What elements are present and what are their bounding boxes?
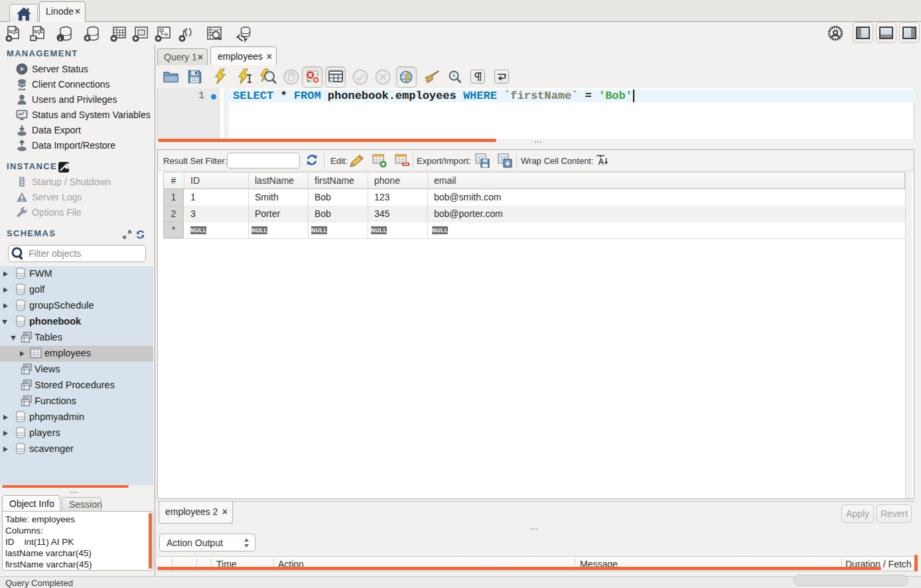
svg-text:SQL: SQL (9, 29, 19, 35)
svg-text:SQL: SQL (34, 29, 44, 35)
svg-text:A: A (599, 157, 604, 167)
